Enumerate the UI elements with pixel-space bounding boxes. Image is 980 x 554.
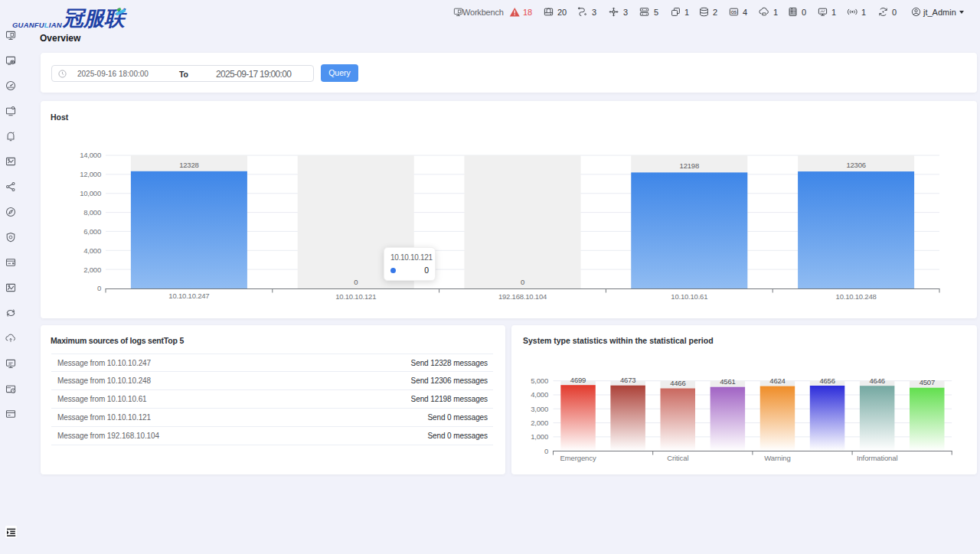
- svg-text:2,000: 2,000: [531, 419, 548, 427]
- svg-text:10,000: 10,000: [80, 189, 101, 197]
- svg-text:4624: 4624: [769, 376, 785, 385]
- svg-text:10.10.10.121: 10.10.10.121: [335, 292, 376, 301]
- svg-text:4507: 4507: [920, 378, 935, 386]
- svg-text:4673: 4673: [620, 376, 635, 384]
- svg-text:2,000: 2,000: [83, 266, 101, 274]
- svg-text:192.168.10.104: 192.168.10.104: [498, 292, 547, 301]
- svg-text:4646: 4646: [870, 376, 885, 385]
- svg-text:5,000: 5,000: [531, 376, 548, 385]
- svg-text:Warning: Warning: [764, 454, 790, 462]
- svg-text:3,000: 3,000: [531, 405, 548, 413]
- svg-text:8,000: 8,000: [83, 208, 101, 217]
- svg-text:12,000: 12,000: [80, 170, 101, 178]
- svg-text:0: 0: [354, 278, 358, 286]
- svg-text:4,000: 4,000: [83, 246, 101, 255]
- svg-text:4699: 4699: [570, 376, 586, 384]
- svg-text:Emergency: Emergency: [560, 454, 596, 462]
- svg-text:6,000: 6,000: [83, 227, 101, 236]
- svg-text:0: 0: [521, 278, 524, 286]
- svg-text:0: 0: [97, 284, 101, 292]
- svg-text:10.10.10.247: 10.10.10.247: [168, 292, 209, 300]
- svg-text:4561: 4561: [720, 377, 735, 386]
- svg-text:10.10.10.248: 10.10.10.248: [836, 292, 877, 301]
- svg-text:14,000: 14,000: [80, 151, 101, 159]
- svg-text:12306: 12306: [846, 161, 865, 169]
- svg-text:4466: 4466: [670, 379, 685, 387]
- svg-text:0: 0: [544, 447, 548, 455]
- svg-text:12198: 12198: [680, 161, 699, 170]
- svg-text:12328: 12328: [179, 161, 198, 169]
- svg-text:10.10.10.61: 10.10.10.61: [671, 292, 707, 301]
- svg-text:OS: OS: [731, 9, 737, 14]
- svg-text:4,000: 4,000: [531, 390, 548, 399]
- svg-text:Critical: Critical: [667, 454, 688, 462]
- svg-text:4656: 4656: [819, 376, 835, 385]
- svg-text:1,000: 1,000: [531, 432, 548, 441]
- svg-text:Informational: Informational: [857, 454, 898, 462]
